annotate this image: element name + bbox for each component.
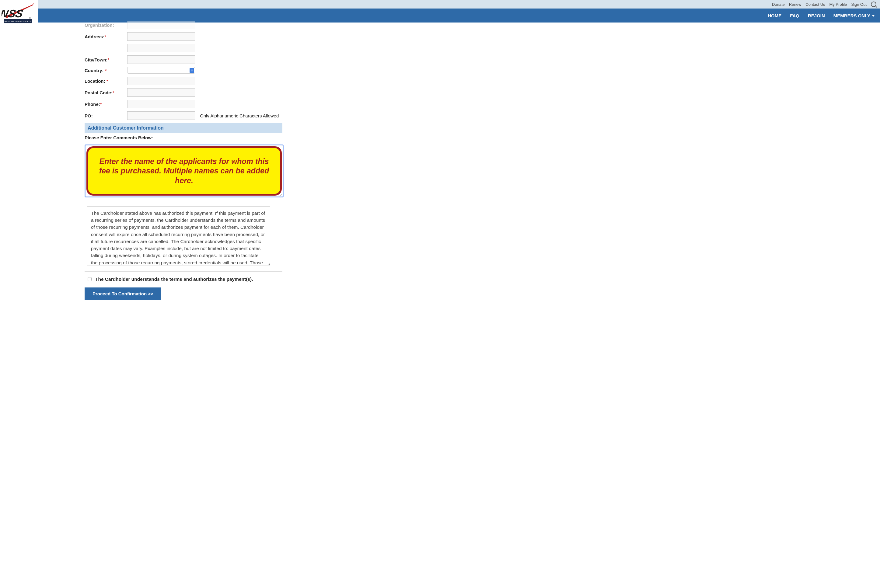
nav-members[interactable]: MEMBERS ONLY	[833, 13, 874, 18]
search-icon[interactable]	[871, 2, 876, 7]
terms-textarea[interactable]: The Cardholder stated above has authoriz…	[87, 206, 270, 266]
instruction-text: Enter the name of the applicants for who…	[98, 157, 271, 185]
label-address: Address:*	[85, 34, 127, 39]
label-postal: Postal Code:*	[85, 90, 127, 95]
comments-textarea[interactable]: Enter the name of the applicants for who…	[85, 144, 284, 197]
label-phone: Phone:*	[85, 102, 127, 107]
donate-link[interactable]: Donate	[772, 2, 785, 7]
terms-text: The Cardholder stated above has authoriz…	[91, 210, 265, 266]
label-location: Location: *	[85, 78, 127, 84]
address-input-2[interactable]	[127, 44, 195, 52]
svg-text:NATIONAL SPACE SOCIETY: NATIONAL SPACE SOCIETY	[4, 20, 31, 22]
location-input[interactable]	[127, 76, 195, 85]
phone-input[interactable]	[127, 100, 195, 108]
country-select[interactable]	[127, 67, 195, 74]
organization-input[interactable]	[127, 21, 195, 29]
proceed-button[interactable]: Proceed To Confirmation >>	[85, 288, 161, 300]
profile-link[interactable]: My Profile	[829, 2, 847, 7]
svg-text:R: R	[30, 18, 30, 19]
nav-rejoin[interactable]: REJOIN	[808, 13, 825, 18]
section-additional-customer-info: Additional Customer Information	[85, 123, 282, 133]
label-city: City/Town:*	[85, 57, 127, 62]
po-hint: Only Alphanumeric Characters Allowed	[200, 113, 279, 118]
chevron-down-icon	[872, 15, 874, 17]
consent-label: The Cardholder understands the terms and…	[95, 276, 253, 282]
signout-link[interactable]: Sign Out	[851, 2, 866, 7]
address-input-1[interactable]	[127, 32, 195, 41]
city-input[interactable]	[127, 56, 195, 64]
nav-faq[interactable]: FAQ	[790, 13, 799, 18]
logo[interactable]: NSS NATIONAL SPACE SOCIETY R	[1, 1, 37, 24]
nav-home[interactable]: HOME	[768, 13, 781, 18]
utility-nav: Donate Renew Contact Us My Profile Sign …	[38, 0, 880, 9]
select-stepper-icon	[189, 68, 194, 73]
renew-link[interactable]: Renew	[789, 2, 801, 7]
contact-link[interactable]: Contact Us	[805, 2, 825, 7]
resize-handle-icon[interactable]	[278, 192, 282, 196]
divider	[85, 203, 282, 203]
po-input[interactable]	[127, 111, 195, 120]
label-organization: Organization:	[85, 22, 127, 28]
instruction-callout: Enter the name of the applicants for who…	[86, 146, 282, 196]
label-po: PO:	[85, 113, 127, 118]
label-comments: Please Enter Comments Below:	[85, 135, 359, 140]
consent-checkbox[interactable]	[88, 277, 92, 281]
label-country: Country: *	[85, 68, 127, 73]
svg-text:NSS: NSS	[2, 8, 24, 20]
postal-input[interactable]	[127, 88, 195, 97]
